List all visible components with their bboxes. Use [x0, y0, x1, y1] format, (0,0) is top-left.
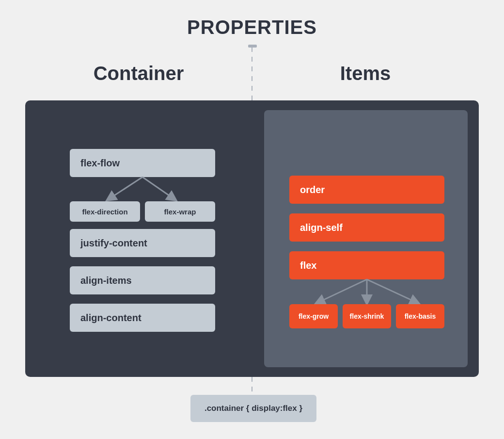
- divider-cap: [248, 45, 257, 48]
- header-items: Items: [252, 63, 479, 84]
- items-card: order align-self flex flex-grow flex-shr…: [264, 110, 468, 367]
- prop-flex: flex: [289, 251, 444, 279]
- header-container: Container: [25, 63, 252, 84]
- prop-flex-flow: flex-flow: [70, 149, 215, 177]
- main-panel: flex-flow flex-direction flex-wrap justi…: [25, 100, 479, 377]
- container-panel: flex-flow flex-direction flex-wrap justi…: [25, 100, 252, 377]
- svg-line-2: [142, 177, 175, 200]
- svg-line-5: [367, 279, 418, 303]
- prop-flex-direction: flex-direction: [70, 201, 140, 222]
- prop-justify-content: justify-content: [70, 229, 215, 257]
- diagram-root: PROPERTIES Container Items flex-flow fle: [0, 0, 504, 439]
- prop-align-items: align-items: [70, 266, 215, 294]
- svg-line-1: [108, 177, 142, 200]
- prop-flex-wrap: flex-wrap: [145, 201, 215, 222]
- prop-flex-basis: flex-basis: [396, 304, 444, 328]
- column-headers: Container Items: [0, 63, 504, 84]
- svg-line-3: [316, 279, 367, 303]
- prop-flex-shrink: flex-shrink: [343, 304, 391, 328]
- items-panel: order align-self flex flex-grow flex-shr…: [252, 100, 479, 377]
- prop-order: order: [289, 176, 444, 204]
- prop-flex-grow: flex-grow: [289, 304, 338, 328]
- page-title: PROPERTIES: [0, 0, 504, 38]
- prop-align-content: align-content: [70, 304, 215, 332]
- code-snippet: .container { display:flex }: [190, 395, 316, 422]
- prop-align-self: align-self: [289, 213, 444, 242]
